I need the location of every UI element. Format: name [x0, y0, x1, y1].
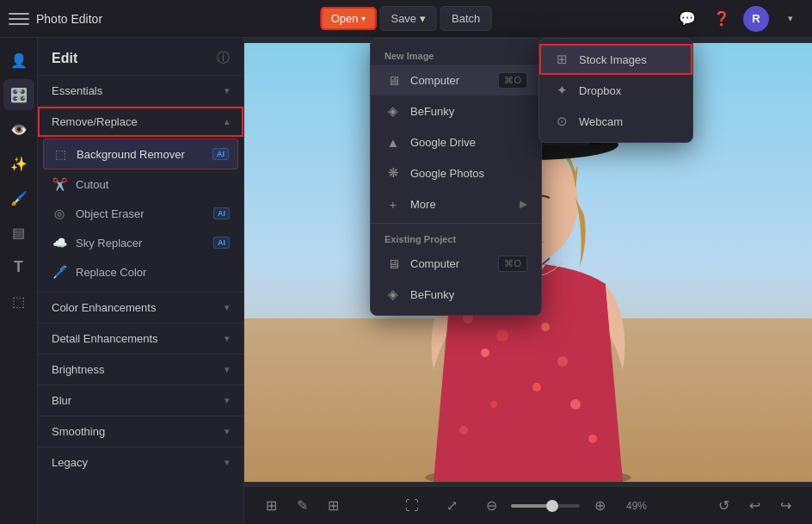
smoothing-header[interactable]: Smoothing ▾ [38, 416, 243, 447]
brightness-chevron-icon: ▾ [225, 364, 230, 375]
befunky-existing-icon: ◈ [384, 286, 402, 303]
dropdown-divider-1 [371, 223, 541, 224]
menu-icon[interactable] [9, 9, 29, 29]
bottom-center: ⛶ ⤢ ⊖ ⊕ 49% [399, 493, 657, 519]
blur-chevron-icon: ▾ [225, 395, 230, 406]
blur-header[interactable]: Blur ▾ [38, 385, 243, 416]
chat-icon-button[interactable]: 💬 [674, 6, 700, 32]
cutout-item[interactable]: ✂️ Cutout [38, 170, 243, 199]
open-dropdown-menu: New Image 🖥 Computer ⌘O ◈ BeFunky ▲ Goog… [370, 38, 542, 316]
paint-icon-button[interactable]: 🖌️ [3, 182, 34, 213]
computer-existing-shortcut: ⌘O [498, 256, 527, 272]
user-avatar-button[interactable]: R [743, 6, 769, 32]
zoom-slider-thumb[interactable] [546, 500, 558, 512]
monitor-existing-icon: 🖥 [384, 255, 402, 272]
zoom-in-button[interactable]: ⊕ [587, 493, 612, 519]
remove-replace-chevron-icon: ▴ [225, 116, 230, 127]
object-eraser-icon: ◎ [52, 206, 67, 221]
svg-point-9 [490, 401, 497, 408]
sky-replacer-icon: ☁️ [52, 235, 67, 250]
svg-point-12 [588, 435, 597, 443]
object-eraser-item[interactable]: ◎ Object Eraser AI [38, 199, 243, 228]
help-icon-button[interactable]: ❓ [709, 6, 735, 32]
section-blur: Blur ▾ [38, 385, 243, 416]
expand-icon-button[interactable]: ⤢ [439, 493, 464, 519]
bottom-left: ⊞ ✎ ⊞ [258, 493, 346, 519]
gdrive-icon: ▲ [384, 133, 402, 151]
monitor-icon: 🖥 [384, 71, 402, 89]
befunky-icon: ◈ [384, 102, 402, 120]
color-enhancements-header[interactable]: Color Enhancements ▾ [38, 293, 243, 323]
text-icon-button[interactable]: T [3, 251, 34, 282]
sky-replacer-item[interactable]: ☁️ Sky Replacer AI [38, 228, 243, 257]
legacy-header[interactable]: Legacy ▾ [38, 447, 243, 478]
zoom-controls: ⊖ ⊕ [478, 493, 612, 519]
rotate-ccw-button[interactable]: ↺ [710, 493, 736, 519]
computer-shortcut: ⌘O [498, 72, 527, 89]
more-submenu: ⊞ Stock Images ✦ Dropbox ⊙ Webcam [538, 38, 693, 143]
replace-color-item[interactable]: 🖊️ Replace Color [38, 257, 243, 287]
section-brightness: Brightness ▾ [38, 354, 243, 385]
undo-button[interactable]: ↩ [741, 493, 767, 519]
detail-enhancements-chevron-icon: ▾ [225, 333, 230, 344]
open-button[interactable]: Open ▾ [321, 7, 377, 30]
dropdown-gphotos-new[interactable]: ❋ Google Photos [371, 157, 541, 188]
topbar: Photo Editor Open ▾ Save ▾ Batch 💬 ❓ R ▾ [0, 0, 812, 38]
remove-replace-header[interactable]: Remove/Replace ▴ [38, 107, 243, 137]
dropdown-befunky-existing[interactable]: ◈ BeFunky [371, 279, 541, 310]
topbar-center: Open ▾ Save ▾ Batch [321, 6, 492, 31]
bottom-right: ↺ ↩ ↪ [710, 493, 798, 519]
profile-icon-button[interactable]: 👤 [3, 45, 34, 76]
ai-badge-bg-remover: AI [212, 148, 229, 160]
legacy-chevron-icon: ▾ [225, 457, 230, 468]
panel-header: Edit ⓘ [38, 38, 243, 75]
section-detail-enhancements: Detail Enhancements ▾ [38, 323, 243, 354]
webcam-icon: ⊙ [553, 113, 570, 130]
svg-point-11 [459, 426, 468, 435]
fit-screen-icon-button[interactable]: ⛶ [399, 493, 425, 519]
edit-bottom-icon-button[interactable]: ✎ [289, 493, 315, 519]
background-remover-icon: ⬚ [52, 146, 68, 162]
layers-icon-button[interactable]: ▤ [3, 217, 34, 248]
more-icon: + [384, 195, 402, 213]
submenu-stock-images[interactable]: ⊞ Stock Images [539, 44, 692, 75]
brightness-header[interactable]: Brightness ▾ [38, 354, 243, 385]
essentials-header[interactable]: Essentials ▾ [38, 76, 243, 106]
redo-button[interactable]: ↪ [772, 493, 798, 519]
svg-point-6 [541, 323, 550, 331]
dropdown-computer-existing[interactable]: 🖥 Computer ⌘O [371, 248, 541, 279]
zoom-slider[interactable] [511, 504, 580, 508]
svg-point-8 [532, 383, 541, 391]
tools-icon-button[interactable]: 🎛️ [3, 79, 34, 110]
submenu-webcam[interactable]: ⊙ Webcam [539, 106, 692, 137]
grid-bottom-icon-button[interactable]: ⊞ [320, 493, 346, 519]
replace-color-icon: 🖊️ [52, 264, 67, 280]
section-essentials: Essentials ▾ [38, 75, 243, 106]
avatar-chevron-button[interactable]: ▾ [778, 6, 803, 32]
submenu-dropbox[interactable]: ✦ Dropbox [539, 75, 692, 106]
save-button[interactable]: Save ▾ [379, 6, 437, 31]
detail-enhancements-header[interactable]: Detail Enhancements ▾ [38, 324, 243, 354]
crop-icon-button[interactable]: ⬚ [3, 286, 34, 317]
section-remove-replace: Remove/Replace ▴ ⬚ Background Remover AI… [38, 106, 243, 292]
essentials-chevron-icon: ▾ [225, 85, 230, 96]
new-image-label: New Image [371, 44, 541, 65]
smoothing-chevron-icon: ▾ [225, 426, 230, 437]
section-legacy: Legacy ▾ [38, 447, 243, 478]
dropdown-computer-new[interactable]: 🖥 Computer ⌘O [371, 65, 541, 96]
effects-icon-button[interactable]: ✨ [3, 148, 34, 179]
panel-title: Edit [52, 51, 77, 66]
eye-icon-button[interactable]: 👁️ [3, 114, 34, 145]
dropdown-gdrive-new[interactable]: ▲ Google Drive [371, 126, 541, 157]
open-chevron-icon: ▾ [361, 14, 366, 23]
info-icon[interactable]: ⓘ [217, 50, 230, 66]
remove-replace-content: ⬚ Background Remover AI ✂️ Cutout ◎ Obje… [38, 137, 243, 292]
layers-bottom-icon-button[interactable]: ⊞ [258, 493, 284, 519]
batch-button[interactable]: Batch [440, 6, 491, 31]
background-remover-item[interactable]: ⬚ Background Remover AI [43, 139, 238, 170]
zoom-out-button[interactable]: ⊖ [478, 493, 504, 519]
dropdown-befunky-new[interactable]: ◈ BeFunky [371, 96, 541, 126]
color-enhancements-chevron-icon: ▾ [225, 302, 230, 313]
dropdown-more-new[interactable]: + More ▶ [371, 188, 541, 219]
ai-badge-obj-eraser: AI [213, 207, 230, 219]
